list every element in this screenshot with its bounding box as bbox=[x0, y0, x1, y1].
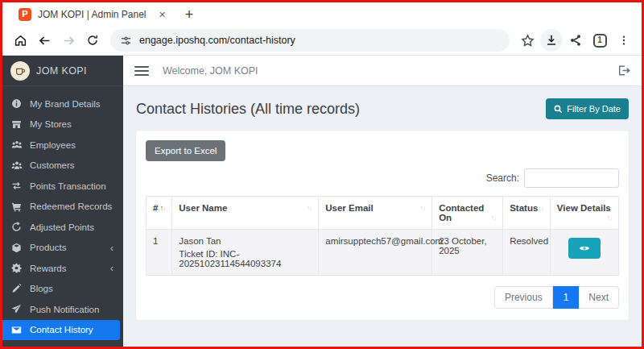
column-header-index[interactable]: # ↑↓ bbox=[147, 197, 172, 230]
sidebar-item-customers[interactable]: Customers bbox=[2, 156, 123, 177]
view-details-button[interactable] bbox=[568, 238, 601, 259]
main-area: Welcome, JOM KOPI Contact Histories (All… bbox=[123, 56, 642, 347]
store-icon bbox=[10, 119, 23, 130]
table-row: 1 Jason Tan Ticket ID: INC-2025102311454… bbox=[147, 230, 619, 276]
column-header-view-details[interactable]: View Details ↑↓ bbox=[550, 197, 618, 230]
tune-icon[interactable] bbox=[120, 35, 132, 47]
address-bar[interactable]: engage.iposhq.com/contact-history bbox=[110, 29, 510, 52]
sidebar-item-label: My Stores bbox=[30, 119, 72, 129]
send-icon bbox=[10, 304, 23, 314]
sidebar-item-redeemed-records[interactable]: Redeemed Records bbox=[2, 197, 123, 218]
sidebar-item-employees[interactable]: Employees bbox=[2, 135, 123, 156]
logout-icon[interactable] bbox=[617, 64, 630, 77]
reload-icon[interactable] bbox=[81, 29, 104, 52]
sidebar-item-label: Redeemed Records bbox=[30, 202, 112, 211]
gear-icon bbox=[10, 263, 23, 273]
cell-contacted-on: 23 October, 2025 bbox=[432, 230, 503, 276]
hamburger-menu-icon[interactable] bbox=[134, 66, 149, 76]
sidebar-nav: My Brand Details My Stores Employees bbox=[2, 86, 123, 340]
sidebar-item-adjusted-points[interactable]: Adjusted Points bbox=[2, 217, 123, 238]
app-window: JOM KOPI My Brand Details My Stores bbox=[2, 56, 642, 347]
back-icon[interactable] bbox=[33, 29, 56, 52]
sidebar-item-label: Customers bbox=[30, 160, 75, 170]
browser-tab-strip: P JOM KOPI | Admin Panel × + bbox=[2, 2, 642, 26]
table-header-row: # ↑↓ User Name ↑↓ User Email ↑↓ bbox=[147, 197, 619, 230]
user-name-text: Jason Tan bbox=[179, 236, 312, 246]
sidebar-item-products[interactable]: Products ‹ bbox=[2, 238, 123, 259]
column-header-contacted-on[interactable]: Contacted On ↑↓ bbox=[432, 197, 503, 230]
search-label: Search: bbox=[486, 172, 519, 184]
cell-index: 1 bbox=[147, 230, 172, 276]
mail-icon bbox=[10, 325, 23, 335]
tab-counter[interactable]: 1 bbox=[588, 29, 611, 52]
search-input[interactable] bbox=[524, 168, 619, 188]
download-icon[interactable] bbox=[540, 29, 563, 52]
sidebar-item-blogs[interactable]: Blogs bbox=[2, 279, 123, 300]
share-icon[interactable] bbox=[564, 29, 587, 52]
sidebar-item-label: Blogs bbox=[30, 284, 53, 293]
site-favicon: P bbox=[19, 8, 31, 21]
brand-name: JOM KOPI bbox=[36, 65, 87, 77]
url-text[interactable]: engage.iposhq.com/contact-history bbox=[139, 35, 295, 46]
cart-icon bbox=[10, 202, 23, 212]
home-icon[interactable] bbox=[9, 29, 31, 52]
sidebar-item-label: Employees bbox=[30, 140, 76, 150]
bookmark-star-icon[interactable] bbox=[516, 29, 539, 52]
pagination-previous-button[interactable]: Previous bbox=[494, 286, 553, 309]
exchange-icon bbox=[10, 181, 23, 191]
pen-icon bbox=[10, 284, 23, 294]
sort-icon[interactable]: ↑↓ bbox=[160, 204, 166, 212]
filter-by-date-label: Filter By Date bbox=[567, 104, 621, 114]
sidebar-item-label: My Brand Details bbox=[30, 99, 101, 109]
sidebar-item-label: Push Notification bbox=[30, 305, 99, 314]
sidebar-item-my-brand-details[interactable]: My Brand Details bbox=[2, 93, 123, 114]
sidebar-item-contact-history[interactable]: Contact History bbox=[2, 320, 120, 341]
browser-tab[interactable]: P JOM KOPI | Admin Panel × bbox=[15, 2, 169, 26]
filter-by-date-button[interactable]: Filter By Date bbox=[546, 98, 629, 119]
sort-icon[interactable]: ↑↓ bbox=[538, 204, 543, 212]
ticket-id-text: Ticket ID: INC-20251023114544093374 bbox=[179, 249, 312, 268]
tab-title: JOM KOPI | Admin Panel bbox=[38, 9, 147, 20]
export-to-excel-button[interactable]: Export to Excel bbox=[146, 140, 225, 161]
eye-icon bbox=[579, 243, 590, 254]
sidebar-item-label: Rewards bbox=[30, 264, 66, 273]
sidebar: JOM KOPI My Brand Details My Stores bbox=[2, 56, 123, 347]
cell-user-name: Jason Tan Ticket ID: INC-202510231145440… bbox=[172, 230, 319, 276]
column-header-user-email[interactable]: User Email ↑↓ bbox=[319, 197, 432, 230]
sidebar-item-label: Contact History bbox=[30, 325, 93, 334]
tab-close-icon[interactable]: × bbox=[159, 9, 166, 20]
sidebar-item-rewards[interactable]: Rewards ‹ bbox=[2, 258, 123, 279]
column-header-status[interactable]: Status ↑↓ bbox=[503, 197, 551, 230]
cell-user-email: amirsupptech57@gmail.com bbox=[319, 230, 432, 276]
sidebar-item-my-stores[interactable]: My Stores bbox=[2, 114, 123, 135]
cell-status: Resolved bbox=[503, 230, 551, 276]
sync-icon bbox=[10, 222, 23, 232]
cell-view-details bbox=[550, 230, 618, 276]
sidebar-item-points-transaction[interactable]: Points Transaction bbox=[2, 176, 123, 197]
sort-icon[interactable]: ↑↓ bbox=[420, 204, 426, 212]
search-row: Search: bbox=[146, 168, 619, 188]
topbar: Welcome, JOM KOPI bbox=[123, 56, 642, 86]
page-content: Contact Histories (All time records) Fil… bbox=[123, 86, 642, 347]
kebab-menu-icon[interactable] bbox=[613, 29, 635, 52]
customers-icon bbox=[10, 160, 23, 171]
pagination-page-1-button[interactable]: 1 bbox=[553, 286, 580, 309]
sort-icon[interactable]: ↑↓ bbox=[607, 214, 613, 222]
column-header-user-name[interactable]: User Name ↑↓ bbox=[172, 197, 319, 230]
pagination-next-button[interactable]: Next bbox=[579, 286, 619, 309]
sort-icon[interactable]: ↑↓ bbox=[491, 214, 497, 222]
welcome-text: Welcome, JOM KOPI bbox=[163, 65, 258, 77]
sidebar-item-push-notification[interactable]: Push Notification bbox=[2, 299, 123, 320]
forward-icon bbox=[57, 29, 80, 52]
sort-icon[interactable]: ↑↓ bbox=[307, 204, 312, 212]
box-icon bbox=[10, 243, 23, 253]
chevron-left-icon: ‹ bbox=[110, 263, 115, 273]
pagination: Previous 1 Next bbox=[146, 286, 619, 309]
brand-logo bbox=[10, 61, 30, 81]
sidebar-item-label: Points Transaction bbox=[30, 181, 106, 191]
browser-toolbar: engage.iposhq.com/contact-history 1 bbox=[2, 26, 642, 56]
screenshot-annotation-border: P JOM KOPI | Admin Panel × + engage.ipos… bbox=[0, 0, 644, 349]
page-header: Contact Histories (All time records) Fil… bbox=[136, 98, 629, 119]
employees-icon bbox=[10, 139, 23, 150]
new-tab-button[interactable]: + bbox=[185, 7, 194, 22]
